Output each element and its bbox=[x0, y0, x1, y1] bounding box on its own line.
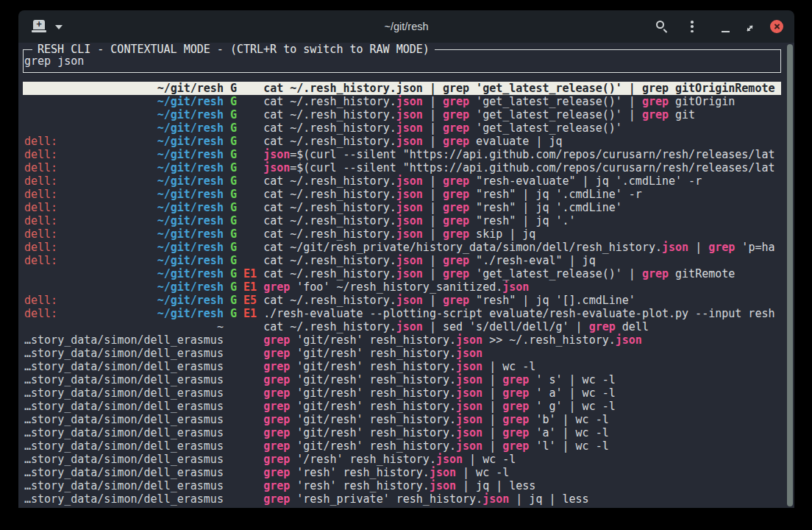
minimize-button[interactable] bbox=[722, 31, 730, 32]
match-highlight: grep bbox=[642, 267, 669, 280]
match-highlight: grep bbox=[263, 479, 290, 492]
git-flag bbox=[224, 347, 237, 360]
history-row[interactable]: …story_data/simon/dell_erasmus grep 'git… bbox=[23, 439, 781, 453]
exit-status-flag bbox=[237, 161, 257, 174]
command-text: | wc -l bbox=[456, 466, 509, 479]
history-row[interactable]: …story_data/simon/dell_erasmus grep 'git… bbox=[23, 333, 781, 347]
git-flag bbox=[224, 333, 237, 347]
exit-status-flag bbox=[237, 333, 257, 347]
command-text: git bbox=[669, 108, 695, 121]
command-text: ' a' | wc -l bbox=[529, 386, 615, 400]
directory-label: ~/git/resh bbox=[157, 82, 224, 95]
exit-status-flag bbox=[237, 82, 257, 95]
history-row[interactable]: …story_data/simon/dell_erasmus grep 'git… bbox=[23, 347, 781, 360]
history-row[interactable]: ~/git/resh G E1 cat ~/.resh_history.json… bbox=[23, 267, 781, 280]
git-flag bbox=[224, 360, 237, 373]
git-flag: G bbox=[224, 108, 237, 121]
history-row[interactable]: …story_data/simon/dell_erasmus grep 'git… bbox=[23, 373, 781, 386]
directory-label: ~/git/resh bbox=[157, 254, 224, 267]
history-row[interactable]: …story_data/simon/dell_erasmus grep 'res… bbox=[23, 466, 781, 479]
directory-label: ~/git/resh bbox=[157, 95, 224, 108]
exit-status-flag bbox=[237, 386, 257, 400]
exit-status-flag bbox=[237, 466, 257, 479]
command-text: 'get_latest_release()' bbox=[469, 121, 622, 135]
command-text: cat ~/.resh_history. bbox=[263, 267, 396, 280]
exit-status-flag: E1 bbox=[237, 280, 257, 294]
command-text: 'p=ha bbox=[735, 241, 774, 254]
history-row[interactable]: dell: ~/git/resh G cat ~/git/resh_privat… bbox=[23, 241, 781, 254]
close-button[interactable] bbox=[770, 20, 783, 33]
git-flag bbox=[224, 439, 237, 453]
directory-label: ~/git/resh bbox=[157, 280, 224, 294]
command-text: 'resh' resh_history. bbox=[290, 466, 430, 479]
history-row[interactable]: ~/git/resh G E1 grep 'foo' ~/resh_histor… bbox=[23, 280, 781, 294]
match-highlight: grep bbox=[443, 254, 469, 267]
history-row[interactable]: dell: ~/git/resh G cat ~/.resh_history.j… bbox=[23, 201, 781, 214]
git-flag: G bbox=[224, 148, 237, 161]
command-text: >> ~/.resh_history. bbox=[482, 333, 616, 347]
directory-label: …story_data/simon/dell_erasmus bbox=[24, 413, 224, 426]
match-highlight: json bbox=[396, 254, 423, 267]
command-text: =$(curl --silent "https://api.github.com… bbox=[290, 161, 774, 174]
history-row[interactable]: ~ cat ~/.resh_history.json | sed 's/dell… bbox=[23, 320, 781, 333]
exit-status-flag bbox=[237, 188, 257, 201]
command-text: | bbox=[482, 400, 502, 413]
restore-button[interactable] bbox=[745, 22, 755, 32]
match-highlight: grep bbox=[263, 360, 290, 373]
match-highlight: grep bbox=[263, 413, 290, 426]
match-highlight: grep bbox=[443, 267, 469, 280]
command-text: | wc -l bbox=[463, 453, 516, 466]
command-text: 'git/resh' resh_history. bbox=[290, 439, 456, 453]
history-row[interactable]: ~/git/resh G cat ~/.resh_history.json | … bbox=[23, 108, 781, 121]
history-row[interactable]: dell: ~/git/resh G E5 cat ~/.resh_histor… bbox=[23, 294, 781, 307]
match-highlight: json bbox=[456, 386, 482, 400]
history-row[interactable]: dell: ~/git/resh G cat ~/.resh_history.j… bbox=[23, 135, 781, 148]
match-highlight: grep bbox=[443, 135, 469, 148]
history-row[interactable]: dell: ~/git/resh G cat ~/.resh_history.j… bbox=[23, 254, 781, 267]
scrollbar-thumb[interactable] bbox=[787, 44, 793, 506]
exit-status-flag bbox=[237, 148, 257, 161]
match-highlight: grep bbox=[263, 400, 290, 413]
match-highlight: json bbox=[396, 320, 423, 333]
command-text: ./resh-evaluate --plotting-script evalua… bbox=[263, 307, 774, 320]
command-text: dell bbox=[616, 320, 649, 333]
search-icon[interactable] bbox=[655, 20, 669, 33]
match-highlight: json bbox=[456, 347, 482, 360]
git-flag bbox=[224, 320, 237, 333]
history-row[interactable]: dell: ~/git/resh G cat ~/.resh_history.j… bbox=[23, 188, 781, 201]
history-row[interactable]: …story_data/simon/dell_erasmus grep '/re… bbox=[23, 453, 781, 466]
history-row[interactable]: …story_data/simon/dell_erasmus grep 'git… bbox=[23, 360, 781, 373]
history-row[interactable]: …story_data/simon/dell_erasmus grep 'git… bbox=[23, 386, 781, 400]
history-row[interactable]: …story_data/simon/dell_erasmus grep 'res… bbox=[23, 479, 781, 492]
exit-status-flag bbox=[237, 492, 257, 506]
match-highlight: json bbox=[456, 426, 482, 439]
command-text: cat ~/.resh_history. bbox=[263, 320, 396, 333]
match-highlight: json bbox=[456, 400, 482, 413]
command-text: "resh" | jq '.cmdLine' -r bbox=[469, 188, 642, 201]
history-row[interactable]: ~/git/resh G cat ~/.resh_history.json | … bbox=[23, 82, 781, 95]
history-row[interactable]: …story_data/simon/dell_erasmus grep 'git… bbox=[23, 400, 781, 413]
directory-label: …story_data/simon/dell_erasmus bbox=[24, 439, 224, 453]
history-row[interactable]: dell: ~/git/resh G cat ~/.resh_history.j… bbox=[23, 227, 781, 241]
history-row[interactable]: dell: ~/git/resh G cat ~/.resh_history.j… bbox=[23, 174, 781, 188]
history-row[interactable]: dell: ~/git/resh G E1 ./resh-evaluate --… bbox=[23, 307, 781, 320]
history-row[interactable]: …story_data/simon/dell_erasmus grep 'git… bbox=[23, 413, 781, 426]
history-row[interactable]: ~/git/resh G cat ~/.resh_history.json | … bbox=[23, 95, 781, 108]
command-text: cat ~/.resh_history. bbox=[263, 188, 396, 201]
history-row[interactable]: dell: ~/git/resh G json=$(curl --silent … bbox=[23, 148, 781, 161]
history-list: ~/git/resh G cat ~/.resh_history.json | … bbox=[23, 82, 781, 506]
exit-status-flag bbox=[237, 320, 257, 333]
history-row[interactable]: …story_data/simon/dell_erasmus grep 'git… bbox=[23, 426, 781, 439]
git-flag bbox=[224, 479, 237, 492]
command-text: | bbox=[423, 108, 443, 121]
command-text: 'resh' resh_history. bbox=[290, 479, 430, 492]
history-row[interactable]: dell: ~/git/resh G cat ~/.resh_history.j… bbox=[23, 214, 781, 227]
history-row[interactable]: ~/git/resh G cat ~/.resh_history.json | … bbox=[23, 121, 781, 135]
directory-label: …story_data/simon/dell_erasmus bbox=[24, 492, 224, 506]
history-row[interactable]: …story_data/simon/dell_erasmus grep 'res… bbox=[23, 492, 781, 506]
history-row[interactable]: dell: ~/git/resh G json=$(curl --silent … bbox=[23, 161, 781, 174]
menu-kebab-icon[interactable] bbox=[691, 21, 694, 32]
command-text: 'git/resh' resh_history. bbox=[290, 373, 456, 386]
resh-query-box[interactable]: RESH CLI - CONTEXTUAL MODE - (CTRL+R to … bbox=[23, 49, 781, 73]
match-highlight: json bbox=[502, 280, 529, 294]
